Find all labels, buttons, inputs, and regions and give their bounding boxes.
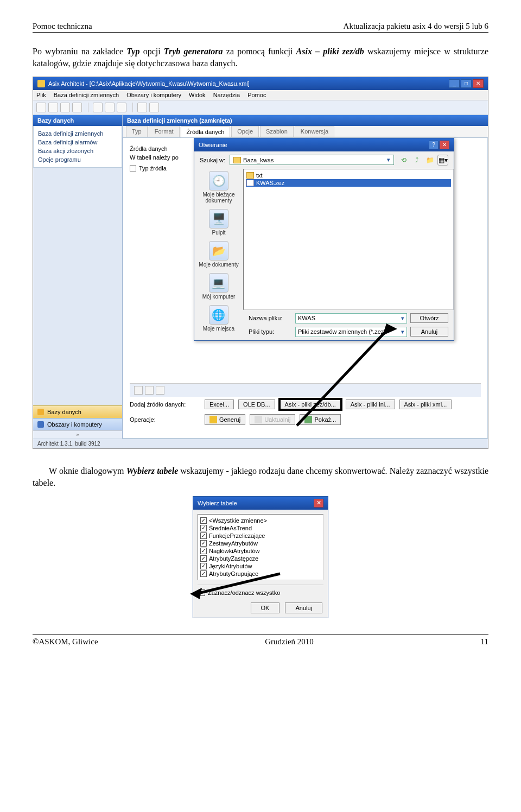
checkbox[interactable]: ✓ [200, 517, 207, 524]
place-documents[interactable]: 📂Moje dokumenty [199, 241, 238, 268]
btn-pokaz[interactable]: Pokaż... [300, 414, 341, 425]
minimize-button[interactable]: _ [449, 79, 460, 88]
svg-line-2 [196, 574, 280, 594]
filename-input[interactable]: KWAS▾ [295, 313, 407, 323]
toolbar-icon[interactable] [149, 103, 159, 112]
toolbar-icon[interactable] [48, 103, 58, 112]
menubar: Plik Baza definicji zmiennych Obszary i … [33, 90, 488, 100]
refresh-icon [255, 416, 262, 423]
toolbar-icon[interactable] [117, 103, 126, 112]
maximize-button[interactable]: □ [461, 79, 472, 88]
btn-oledb[interactable]: OLE DB... [238, 399, 275, 409]
place-recent[interactable]: 🕘Moje bieżące dokumenty [196, 171, 241, 204]
file-list[interactable]: txt KWAS.zez [243, 169, 454, 310]
sidebar-item[interactable]: Opcje programu [38, 155, 117, 164]
list-item[interactable]: ✓JęzykiAtrybutów [200, 562, 321, 570]
menu-baza[interactable]: Baza definicji zmiennych [54, 92, 119, 98]
menu-obszary[interactable]: Obszary i komputery [126, 92, 181, 98]
sidebar-item[interactable]: Baza definicji zmiennych [38, 129, 117, 138]
help-icon[interactable] [156, 386, 164, 395]
btn-generuj[interactable]: Generuj [205, 414, 245, 425]
open-button[interactable]: Otwórz [410, 313, 448, 323]
btn-excel[interactable]: Excel... [205, 399, 234, 409]
app-icon [37, 80, 45, 87]
ok-button[interactable]: OK [251, 602, 280, 613]
filename-label: Nazwa pliku: [249, 315, 292, 321]
filetype-combo[interactable]: Pliki zestawów zmiennych (*.zez)▾ [295, 327, 407, 337]
lookin-combo[interactable]: Baza_kwas ▾ [230, 155, 394, 165]
checkbox[interactable]: ✓ [200, 540, 207, 547]
sidebar-item[interactable]: Baza definicji alarmów [38, 138, 117, 147]
footer-mid: Grudzień 2010 [265, 637, 314, 646]
list-item[interactable]: ✓FunkcjePrzeliczające [200, 532, 321, 540]
cancel-button[interactable]: Anuluj [285, 602, 322, 613]
tables-list: ✓<Wszystkie zmienne> ✓ŚrednieAsTrend ✓Fu… [198, 514, 323, 580]
gear-icon [209, 416, 217, 423]
file-item: txt [246, 172, 451, 179]
help-button[interactable]: ? [429, 141, 439, 149]
column-header: Typ źródła [139, 165, 167, 172]
toolbar-icon[interactable] [137, 103, 147, 112]
tab-szablon[interactable]: Szablon [260, 126, 294, 137]
cancel-button[interactable]: Anuluj [410, 327, 448, 337]
checkbox[interactable]: ✓ [200, 548, 207, 554]
menu-plik[interactable]: Plik [36, 92, 46, 98]
dialog2-close-button[interactable]: ✕ [314, 499, 323, 507]
toolbar-icon[interactable] [93, 103, 103, 112]
btn-asix-xml[interactable]: Asix - pliki xml... [399, 399, 452, 409]
place-desktop[interactable]: 🖥️Pulpit [209, 209, 228, 236]
back-icon[interactable]: ⟲ [398, 155, 409, 166]
menu-pomoc[interactable]: Pomoc [247, 92, 266, 98]
titlebar: Asix Architekt - [C:\Asix\Aplikacje\Wytw… [33, 77, 488, 90]
btn-uaktualnij: Uaktualnij [250, 414, 295, 425]
dialog-close-button[interactable]: ✕ [440, 141, 449, 149]
filetype-label: Pliki typu: [249, 328, 292, 335]
tab-zrodla[interactable]: Źródła danych [181, 126, 231, 137]
sidebar: Bazy danych Baza definicji zmiennych Baz… [33, 115, 123, 439]
toolbar-icon[interactable] [60, 103, 70, 112]
tab-konwersja[interactable]: Konwersja [295, 126, 334, 137]
btn-asix-zezdb[interactable]: Asix - pliki zez/db... [279, 399, 341, 410]
chevron-down-icon[interactable]: » [33, 430, 122, 439]
sidebar-item[interactable]: Baza akcji złożonych [38, 147, 117, 155]
add-source-label: Dodaj źródło danych: [130, 401, 200, 408]
footer-right: 11 [481, 637, 488, 646]
sidebar-tab-bazy[interactable]: Bazy danych [33, 405, 122, 418]
checkbox[interactable]: ✓ [200, 555, 207, 562]
database-icon [37, 409, 44, 415]
list-item[interactable]: ✓AtrybutyZastępcze [200, 555, 321, 562]
toolbar [33, 100, 488, 115]
list-item[interactable]: ✓ZestawyAtrybutów [200, 540, 321, 547]
list-item[interactable]: ✓<Wszystkie zmienne> [200, 517, 321, 524]
place-computer[interactable]: 💻Mój komputer [202, 273, 236, 300]
tab-opcje[interactable]: Opcje [231, 126, 259, 137]
place-network[interactable]: 🌐Moje miejsca [203, 305, 234, 332]
sidebar-tab-obszary[interactable]: Obszary i komputery [33, 418, 122, 430]
menu-widok[interactable]: Widok [189, 92, 206, 98]
tab-typ[interactable]: Typ [126, 126, 148, 137]
list-item[interactable]: ✓NagłówkiAtrybutów [200, 547, 321, 555]
list-item[interactable]: ✓ŚrednieAsTrend [200, 524, 321, 532]
checkbox[interactable] [130, 165, 136, 172]
menu-narzedzia[interactable]: Narzędzia [213, 92, 240, 98]
computers-icon [37, 421, 44, 428]
newfolder-icon[interactable]: 📁 [424, 155, 435, 166]
page-footer: ©ASKOM, Gliwice Grudzień 2010 11 [33, 635, 488, 646]
checkbox[interactable]: ✓ [200, 532, 207, 539]
checkall-row[interactable]: ✓ Zaznacz/odznacz wszystko [193, 587, 328, 598]
content-panel: Baza definicji zmiennych (zamknięta) Typ… [123, 115, 488, 439]
toolbar-icon[interactable] [72, 103, 82, 112]
remove-icon[interactable] [145, 386, 154, 395]
close-button[interactable]: ✕ [473, 79, 484, 88]
checkbox[interactable]: ✓ [200, 563, 207, 569]
statusbar: Architekt 1.3.1, build 3912 [33, 439, 488, 448]
btn-asix-ini[interactable]: Asix - pliki ini... [346, 399, 395, 409]
add-icon[interactable] [134, 386, 143, 395]
views-icon[interactable]: ▦▾ [437, 155, 448, 166]
toolbar-icon[interactable] [105, 103, 115, 112]
file-open-dialog: Otwieranie ? ✕ Szukaj w: Baza_kwas ▾ [194, 138, 454, 341]
toolbar-icon[interactable] [36, 103, 46, 112]
tab-format[interactable]: Format [149, 126, 180, 137]
checkbox[interactable]: ✓ [200, 525, 207, 531]
up-icon[interactable]: ⤴ [411, 155, 422, 166]
